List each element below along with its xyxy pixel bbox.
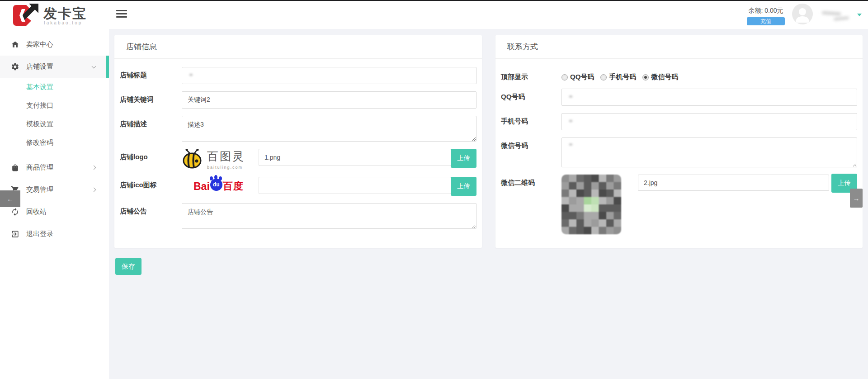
baidu-paw-icon: du <box>210 179 222 191</box>
active-indicator-bar <box>106 56 109 78</box>
shop-ico-label: 店铺ico图标 <box>120 177 182 190</box>
sidebar-subitem-label: 模板设置 <box>26 120 53 128</box>
sidebar-item-shop-settings[interactable]: 店铺设置 <box>0 56 109 78</box>
contact-card: 联系方式 顶部显示 QQ号码 手机号码 微信号码 QQ号码 <box>495 35 863 248</box>
wechat-qr-filename-input[interactable] <box>638 175 829 191</box>
recycle-icon <box>11 208 19 216</box>
sidebar-item-logout[interactable]: 退出登录 <box>0 223 109 245</box>
sidebar-subitem-label: 支付接口 <box>26 101 53 110</box>
shop-description-label: 店铺描述 <box>120 116 182 128</box>
sidebar-subitem-label: 基本设置 <box>26 83 53 91</box>
radio-option-mobile[interactable]: 手机号码 <box>600 73 636 81</box>
baidu-logo-bai-text: Bai <box>193 180 210 193</box>
sidebar-item-label: 卖家中心 <box>26 40 53 49</box>
logout-icon <box>11 230 19 238</box>
sidebar-subitem-label: 修改密码 <box>26 138 53 147</box>
chevron-right-icon <box>92 188 96 192</box>
brand-logo[interactable]: 发卡宝 fakabao.top <box>0 0 109 30</box>
shop-keywords-input[interactable] <box>182 91 476 109</box>
shop-description-textarea[interactable]: 描述3 <box>182 116 476 142</box>
qq-number-label: QQ号码 <box>501 89 561 101</box>
baituling-logo-domain: baituling.com <box>207 165 245 170</box>
shop-logo-upload-button[interactable]: 上传 <box>451 149 476 168</box>
shop-logo-preview: 百图灵 baituling.com <box>182 149 249 170</box>
sidebar-subitem-basic-settings[interactable]: 基本设置 <box>0 78 109 96</box>
top-header: 余额: 0.00元 充值 <box>109 0 868 29</box>
radio-icon <box>561 74 568 81</box>
collapse-left-arrow-button[interactable]: ← <box>0 190 20 207</box>
gear-icon <box>11 62 19 71</box>
recharge-button[interactable]: 充值 <box>747 17 785 25</box>
contact-card-title: 联系方式 <box>495 35 863 59</box>
baituling-bee-icon <box>182 149 203 170</box>
sidebar-subitem-template-settings[interactable]: 模板设置 <box>0 115 109 133</box>
wechat-qr-image <box>561 175 621 234</box>
shopping-bag-icon <box>11 163 19 172</box>
radio-icon <box>600 74 607 81</box>
username-redacted <box>820 9 854 23</box>
shop-ico-preview: Bai du 百度 <box>182 177 249 193</box>
user-menu-caret-icon[interactable] <box>857 14 862 16</box>
sidebar-item-seller-center[interactable]: 卖家中心 <box>0 33 109 56</box>
save-button[interactable]: 保存 <box>115 258 142 275</box>
chevron-right-icon <box>92 166 96 170</box>
brand-logo-icon <box>12 3 40 28</box>
wechat-qr-label: 微信二维码 <box>501 175 561 187</box>
chevron-down-icon <box>92 64 96 68</box>
sidebar-item-label: 交易管理 <box>26 185 53 194</box>
top-display-label: 顶部显示 <box>501 70 561 81</box>
balance-text: 余额: 0.00元 <box>748 7 783 14</box>
shop-notice-textarea[interactable]: 店铺公告 <box>182 203 476 229</box>
sidebar-item-label: 退出登录 <box>26 230 53 238</box>
home-icon <box>11 40 19 49</box>
mobile-number-input[interactable] <box>561 113 857 130</box>
sidebar: 发卡宝 fakabao.top 卖家中心 店铺设置 基本设置 支付接口 模板设置… <box>0 0 109 379</box>
expand-right-arrow-button[interactable]: → <box>850 189 863 208</box>
qq-number-input[interactable] <box>561 89 857 106</box>
avatar[interactable] <box>792 4 813 24</box>
shop-ico-filename-input[interactable] <box>259 177 451 194</box>
shop-logo-filename-input[interactable] <box>259 149 451 166</box>
sidebar-item-goods-management[interactable]: 商品管理 <box>0 156 109 179</box>
top-display-radio-group: QQ号码 手机号码 微信号码 <box>561 70 684 81</box>
brand-domain: fakabao.top <box>44 20 82 25</box>
radio-option-wechat[interactable]: 微信号码 <box>642 73 678 81</box>
shop-ico-upload-button[interactable]: 上传 <box>451 177 476 196</box>
baituling-logo-text: 百图灵 <box>207 149 245 164</box>
shop-keywords-label: 店铺关键词 <box>120 91 182 104</box>
shop-title-label: 店铺标题 <box>120 67 182 80</box>
wechat-number-textarea[interactable] <box>561 137 857 167</box>
sidebar-item-label: 店铺设置 <box>26 62 53 71</box>
sidebar-subitem-payment-api[interactable]: 支付接口 <box>0 96 109 115</box>
wechat-number-label: 微信号码 <box>501 137 561 150</box>
sidebar-subitem-change-password[interactable]: 修改密码 <box>0 133 109 152</box>
baidu-logo-cn-text: 百度 <box>223 180 244 193</box>
shop-logo-label: 店铺logo <box>120 149 182 161</box>
sidebar-item-label: 商品管理 <box>26 163 53 172</box>
radio-checked-icon <box>642 74 649 81</box>
sidebar-item-label: 回收站 <box>26 208 47 216</box>
radio-option-qq[interactable]: QQ号码 <box>561 73 594 81</box>
avatar-placeholder-icon <box>792 4 813 24</box>
top-border-strip <box>0 0 868 1</box>
sidebar-menu: 卖家中心 店铺设置 基本设置 支付接口 模板设置 修改密码 商品管理 交 <box>0 30 109 245</box>
shop-info-card-title: 店铺信息 <box>114 35 482 59</box>
sidebar-toggle-hamburger-icon[interactable] <box>116 10 127 18</box>
shop-notice-label: 店铺公告 <box>120 203 182 216</box>
mobile-number-label: 手机号码 <box>501 113 561 126</box>
shop-title-input[interactable] <box>182 67 476 84</box>
shop-info-card: 店铺信息 店铺标题 店铺关键词 店铺描述 描述3 店铺logo <box>114 35 482 248</box>
